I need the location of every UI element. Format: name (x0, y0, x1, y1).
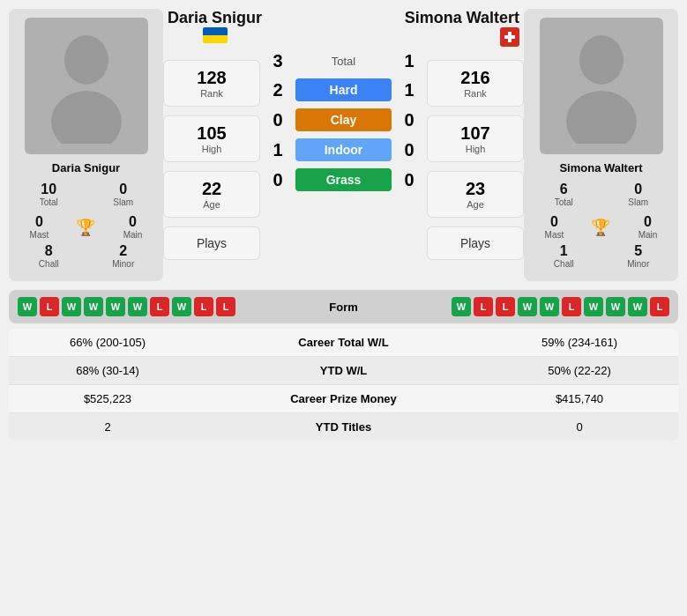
ytd-titles-p1: 2 (19, 420, 196, 434)
player1-chall-cell: 8 Chall (16, 243, 82, 269)
ytd-wl-row: 68% (30-14) YTD W/L 50% (22-22) (9, 357, 678, 385)
form-badge: L (150, 297, 169, 316)
form-label: Form (244, 301, 443, 314)
ytd-wl-p2: 50% (22-22) (491, 364, 668, 377)
prize-p1: $525,223 (19, 392, 196, 405)
player1-age-card: 22 Age (163, 171, 260, 218)
clay-row: 0 Clay 0 (265, 108, 422, 131)
ukraine-flag-icon (203, 27, 228, 43)
main-container: Daria Snigur 10 Total 0 Slam 0 Mast 🏆 (0, 0, 687, 449)
form-badge: W (128, 297, 147, 316)
player1-plays-card: Plays (163, 226, 260, 260)
player2-rank-value: 216 (437, 68, 514, 88)
form-badge: W (62, 297, 81, 316)
form-badge: W (18, 297, 37, 316)
player1-title-block: Daria Snigur (168, 9, 262, 43)
form-badge: L (216, 297, 235, 316)
form-section: WLWWWWLWLL Form WLLWWLWWWL (9, 290, 678, 323)
player2-slam-label: Slam (606, 197, 672, 207)
player1-minor-label: Minor (91, 259, 157, 269)
stats-table: 66% (200-105) Career Total W/L 59% (234-… (9, 329, 678, 441)
player1-total-cell: 10 Total (16, 182, 82, 207)
player2-minor-value: 5 (606, 243, 672, 259)
player2-plays-label: Plays (437, 236, 514, 250)
indoor-row: 1 Indoor 0 (265, 138, 422, 161)
player2-main-label: Main (638, 230, 658, 240)
player2-bottom-stats: 1 Chall 5 Minor (531, 243, 671, 269)
player1-rank-label: Rank (173, 88, 250, 99)
trophy1-icon: 🏆 (76, 218, 95, 237)
player2-chall-cell: 1 Chall (531, 243, 597, 269)
surfaces-middle: 3 Total 1 2 Hard 1 0 Clay 0 (265, 51, 422, 194)
grass-row: 0 Grass 0 (265, 168, 422, 191)
player2-age-card: 23 Age (427, 171, 524, 218)
player1-mast-value: 0 (30, 214, 49, 230)
player1-mast-cell: 0 Mast (30, 214, 49, 240)
player1-rank-value: 128 (173, 68, 250, 88)
surfaces-layout: 128 Rank 105 High 22 Age Plays (163, 51, 524, 260)
grass-p1-score: 0 (265, 170, 291, 190)
player1-slam-label: Slam (91, 197, 157, 207)
player2-total-cell: 6 Total (531, 182, 597, 207)
form-badge: W (540, 297, 559, 316)
form-badge: W (584, 297, 603, 316)
player1-total-value: 10 (16, 182, 82, 197)
grass-surface-btn[interactable]: Grass (295, 168, 392, 191)
career-wl-row: 66% (200-105) Career Total W/L 59% (234-… (9, 329, 678, 357)
player1-high-value: 105 (173, 123, 250, 144)
ytd-wl-p1: 68% (30-14) (19, 364, 196, 377)
player1-slam-value: 0 (91, 182, 157, 197)
player1-minor-cell: 2 Minor (91, 243, 157, 269)
player1-mast-label: Mast (30, 230, 49, 240)
svg-point-0 (64, 35, 108, 85)
player2-name: Simona Waltert (559, 161, 642, 174)
right-stats: 216 Rank 107 High 23 Age Plays (427, 51, 524, 260)
hard-surface-btn[interactable]: Hard (295, 78, 392, 101)
form-badge: L (194, 297, 213, 316)
player1-minor-value: 2 (91, 243, 157, 259)
middle-section: Daria Snigur Simona Waltert 128 Rank (163, 9, 524, 281)
player1-stats-grid: 10 Total 0 Slam (16, 182, 156, 207)
player2-high-label: High (437, 144, 514, 154)
player1-plays-label: Plays (173, 236, 250, 250)
player2-title-block: Simona Waltert (405, 9, 519, 47)
player2-age-label: Age (437, 199, 514, 210)
career-wl-p2: 59% (234-161) (491, 336, 668, 349)
player2-chall-label: Chall (531, 259, 597, 269)
player1-main-label: Main (123, 230, 143, 240)
player2-mast-label: Mast (545, 230, 564, 240)
form-badge: W (172, 297, 191, 316)
player1-high-card: 105 High (163, 115, 260, 162)
player2-rank-label: Rank (437, 88, 514, 99)
hard-row: 2 Hard 1 (265, 78, 422, 101)
player2-high-card: 107 High (427, 115, 524, 162)
form-badge: L (562, 297, 581, 316)
player1-high-label: High (173, 144, 250, 154)
clay-p1-score: 0 (265, 110, 291, 130)
hard-p2-score: 1 (396, 80, 422, 100)
player1-title: Daria Snigur (168, 9, 262, 27)
prize-p2: $415,740 (491, 392, 668, 405)
player2-form-badges: WLLWWLWWWL (452, 297, 669, 316)
player2-mast-cell: 0 Mast (545, 214, 564, 240)
total-label: Total (295, 55, 392, 68)
player2-age-value: 23 (437, 179, 514, 199)
player1-chall-label: Chall (16, 259, 82, 269)
player2-stats-grid: 6 Total 0 Slam (531, 182, 671, 207)
clay-surface-btn[interactable]: Clay (295, 108, 392, 131)
ytd-titles-row: 2 YTD Titles 0 (9, 413, 678, 441)
player2-plays-card: Plays (427, 226, 524, 260)
player2-minor-cell: 5 Minor (606, 243, 672, 269)
form-badge: W (106, 297, 125, 316)
form-badge: W (518, 297, 537, 316)
form-badge: L (40, 297, 59, 316)
player-header: Daria Snigur Simona Waltert (163, 9, 524, 47)
swiss-flag-icon (500, 27, 519, 47)
player2-title: Simona Waltert (405, 9, 519, 27)
top-section: Daria Snigur 10 Total 0 Slam 0 Mast 🏆 (9, 9, 678, 281)
player1-age-value: 22 (173, 179, 250, 199)
player2-slam-value: 0 (606, 182, 672, 197)
player1-chall-value: 8 (16, 243, 82, 259)
form-badge: L (650, 297, 669, 316)
indoor-surface-btn[interactable]: Indoor (295, 138, 392, 161)
